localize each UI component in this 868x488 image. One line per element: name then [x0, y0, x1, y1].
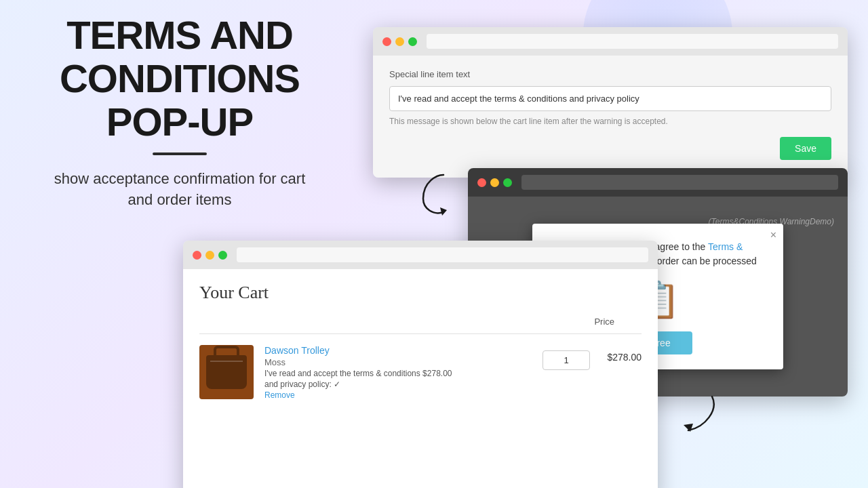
save-button[interactable]: Save — [780, 137, 831, 160]
title-line1: TERMS AND — [66, 13, 293, 57]
remove-link[interactable]: Remove — [264, 390, 532, 400]
settings-content: Special line item text This message is s… — [373, 56, 848, 178]
item-variant: Moss — [264, 357, 532, 367]
dot-red-cart — [193, 251, 201, 260]
modal-address-bar — [521, 175, 838, 190]
cart-header-row: Price — [199, 317, 642, 334]
left-panel: TERMS AND CONDITIONS POP-UP show accepta… — [27, 14, 332, 211]
dot-yellow-settings — [395, 37, 404, 46]
terms-price-inline: $278.00 — [422, 369, 452, 378]
price-column-header: Price — [594, 317, 614, 327]
dot-red-settings — [382, 37, 391, 46]
dot-green-modal — [503, 178, 512, 187]
item-name[interactable]: Dawson Trolley — [264, 345, 532, 356]
modal-titlebar — [468, 168, 848, 197]
item-image — [199, 345, 254, 399]
settings-titlebar — [373, 27, 848, 56]
bottom-arrow-icon — [665, 383, 719, 437]
cart-title: Your Cart — [199, 283, 642, 303]
quantity-input[interactable] — [542, 350, 590, 370]
bag-icon — [206, 355, 247, 389]
item-privacy-text: and privacy policy: ✓ — [264, 380, 532, 389]
dot-green-settings — [408, 37, 417, 46]
settings-address-bar — [427, 34, 838, 49]
item-details: Dawson Trolley Moss I've read and accept… — [264, 345, 532, 400]
title-line3: POP-UP — [106, 100, 253, 144]
terms-text-inline: I've read and accept the terms & conditi… — [264, 369, 420, 378]
terms-text-input[interactable] — [389, 86, 831, 111]
curly-arrow-icon — [403, 168, 457, 222]
cart-address-bar — [237, 247, 648, 262]
subtitle: show acceptance confirmation for cart an… — [27, 169, 332, 211]
dot-red-modal — [477, 178, 486, 187]
cart-item-row: Dawson Trolley Moss I've read and accept… — [199, 345, 642, 400]
title-line2: CONDITIONS — [60, 56, 300, 100]
cart-titlebar — [183, 241, 658, 269]
dot-yellow-modal — [490, 178, 499, 187]
item-price: $278.00 — [601, 352, 642, 363]
cart-browser: Your Cart Price Dawson Trolley Moss I've… — [183, 241, 658, 488]
popup-close-button[interactable]: × — [770, 229, 776, 241]
settings-browser: Special line item text This message is s… — [373, 27, 848, 178]
cart-content: Your Cart Price Dawson Trolley Moss I've… — [183, 269, 658, 488]
item-terms-text: I've read and accept the terms & conditi… — [264, 369, 532, 378]
title-underline — [153, 152, 207, 155]
dot-green-cart — [218, 251, 227, 260]
settings-hint: This message is shown below the cart lin… — [389, 117, 831, 126]
main-title: TERMS AND CONDITIONS POP-UP — [27, 14, 332, 143]
settings-field-label: Special line item text — [389, 69, 831, 79]
dot-yellow-cart — [205, 251, 214, 260]
svg-marker-0 — [440, 207, 447, 216]
